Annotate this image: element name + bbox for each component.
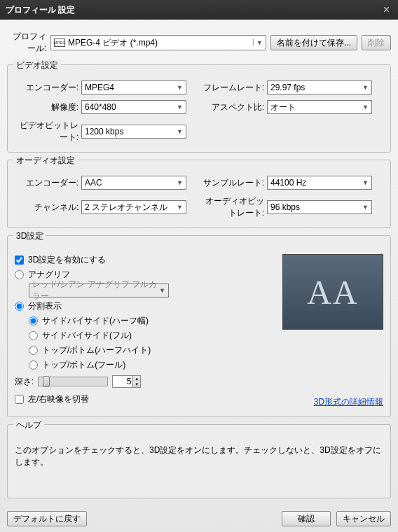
- save-as-button[interactable]: 名前を付けて保存...: [270, 35, 357, 50]
- aspect-label: アスペクト比:: [200, 102, 267, 113]
- sbs-half-label: サイドバイサイド(ハーフ幅): [42, 315, 149, 327]
- video-bitrate-combo[interactable]: 1200 kbps▼: [81, 125, 186, 139]
- framerate-label: フレームレート:: [200, 82, 267, 94]
- chevron-down-icon[interactable]: ▼: [362, 204, 369, 211]
- chevron-down-icon[interactable]: ▼: [177, 179, 183, 186]
- video-encoder-combo[interactable]: MPEG4▼: [81, 80, 186, 94]
- help-fieldset: ヘルプ このオプションをチェックすると、3D設定をオンにします。チェックしないと…: [7, 424, 391, 498]
- audio-encoder-label: エンコーダー:: [15, 177, 81, 189]
- window-title: プロフィール 設定: [6, 4, 75, 16]
- chevron-down-icon[interactable]: ▼: [177, 204, 183, 211]
- tb-half-radio[interactable]: [29, 346, 38, 355]
- resolution-combo[interactable]: 640*480▼: [81, 100, 186, 114]
- chevron-down-icon[interactable]: ▼: [253, 39, 263, 46]
- split-label: 分割表示: [28, 300, 62, 312]
- swap-lr-checkbox[interactable]: [15, 395, 24, 404]
- chevron-down-icon[interactable]: ▼: [177, 104, 183, 111]
- chevron-down-icon[interactable]: ▼: [362, 84, 369, 91]
- profile-value: MPEG-4 ビデオ (*.mp4): [68, 37, 158, 49]
- framerate-combo[interactable]: 29.97 fps▼: [267, 80, 372, 94]
- chevron-down-icon[interactable]: ▼: [177, 128, 183, 135]
- audio-bitrate-label: オーディオビットレート:: [200, 195, 267, 219]
- video-encoder-label: エンコーダー:: [15, 82, 81, 94]
- split-radio[interactable]: [15, 302, 24, 311]
- spinner-down-icon[interactable]: ▼: [133, 382, 140, 387]
- audio-bitrate-combo[interactable]: 96 kbps▼: [267, 200, 372, 214]
- aspect-combo[interactable]: オート▼: [267, 100, 372, 114]
- tb-full-label: トップ/ボトム(フール): [42, 359, 125, 371]
- delete-button[interactable]: 削除: [362, 35, 391, 50]
- chevron-down-icon[interactable]: ▼: [177, 84, 183, 91]
- samplerate-combo[interactable]: 44100 Hz▼: [267, 176, 372, 190]
- sbs-full-label: サイドバイサイド(フル): [42, 330, 132, 342]
- cancel-button[interactable]: キャンセル: [336, 511, 391, 526]
- audio-legend: オーディオ設定: [13, 155, 78, 167]
- video-bitrate-label: ビデオビットレート:: [15, 120, 81, 144]
- resolution-label: 解像度:: [15, 102, 81, 113]
- 3d-legend: 3D設定: [13, 230, 46, 242]
- swap-lr-label: 左/右映像を切替: [28, 393, 89, 405]
- channel-combo[interactable]: 2 ステレオチャンネル▼: [81, 200, 186, 214]
- enable-3d-label: 3D設定を有効にする: [28, 254, 106, 266]
- ok-button[interactable]: 確認: [282, 511, 331, 526]
- anaglyph-radio[interactable]: [15, 270, 24, 279]
- sbs-half-radio[interactable]: [29, 316, 38, 326]
- chevron-down-icon[interactable]: ▼: [159, 287, 165, 294]
- depth-spinner[interactable]: ▲▼: [112, 375, 141, 388]
- footer: デフォルトに戻す 確認 キャンセル: [7, 511, 391, 526]
- tb-half-label: トップ/ボトム(ハーフハイト): [42, 344, 151, 356]
- samplerate-label: サンプルレート:: [200, 177, 267, 189]
- spinner-up-icon[interactable]: ▲: [133, 376, 140, 382]
- profile-select[interactable]: MPEG MPEG-4 ビデオ (*.mp4) ▼: [50, 35, 266, 50]
- 3d-fieldset: 3D設定 3D設定を有効にする アナグリフ レッド/シアン アナグリフ フルカラ…: [7, 235, 391, 417]
- chevron-down-icon[interactable]: ▼: [362, 104, 369, 111]
- titlebar: プロフィール 設定 ×: [0, 0, 398, 20]
- slider-thumb[interactable]: [43, 376, 50, 387]
- video-legend: ビデオ設定: [13, 59, 61, 71]
- depth-slider[interactable]: [38, 377, 108, 386]
- audio-encoder-combo[interactable]: AAC▼: [81, 176, 186, 190]
- depth-input[interactable]: [112, 375, 133, 388]
- anaglyph-combo[interactable]: レッド/シアン アナグリフ フルカラー▼: [29, 284, 169, 298]
- help-text: このオプションをチェックすると、3D設定をオンにします。チェックしないと、3D設…: [15, 444, 383, 468]
- channel-label: チャンネル:: [15, 202, 81, 214]
- audio-fieldset: オーディオ設定 エンコーダー: AAC▼ サンプルレート: 44100 Hz▼ …: [7, 160, 391, 228]
- content: プロフィール: MPEG MPEG-4 ビデオ (*.mp4) ▼ 名前を付けて…: [0, 20, 398, 532]
- 3d-preview: AA: [282, 254, 383, 330]
- profile-row: プロフィール: MPEG MPEG-4 ビデオ (*.mp4) ▼ 名前を付けて…: [7, 31, 391, 55]
- video-fieldset: ビデオ設定 エンコーダー: MPEG4▼ フレームレート: 29.97 fps▼…: [7, 64, 391, 153]
- close-icon[interactable]: ×: [380, 4, 392, 16]
- help-legend: ヘルプ: [13, 419, 44, 431]
- mpeg-icon: MPEG: [54, 38, 65, 47]
- enable-3d-checkbox[interactable]: [15, 255, 24, 265]
- default-button[interactable]: デフォルトに戻す: [7, 511, 87, 526]
- 3d-format-link[interactable]: 3D形式の詳細情報: [314, 396, 383, 408]
- depth-label: 深さ:: [15, 376, 34, 388]
- chevron-down-icon[interactable]: ▼: [362, 179, 369, 186]
- profile-label: プロフィール:: [7, 31, 46, 55]
- tb-full-radio[interactable]: [29, 360, 38, 370]
- sbs-full-radio[interactable]: [29, 331, 38, 340]
